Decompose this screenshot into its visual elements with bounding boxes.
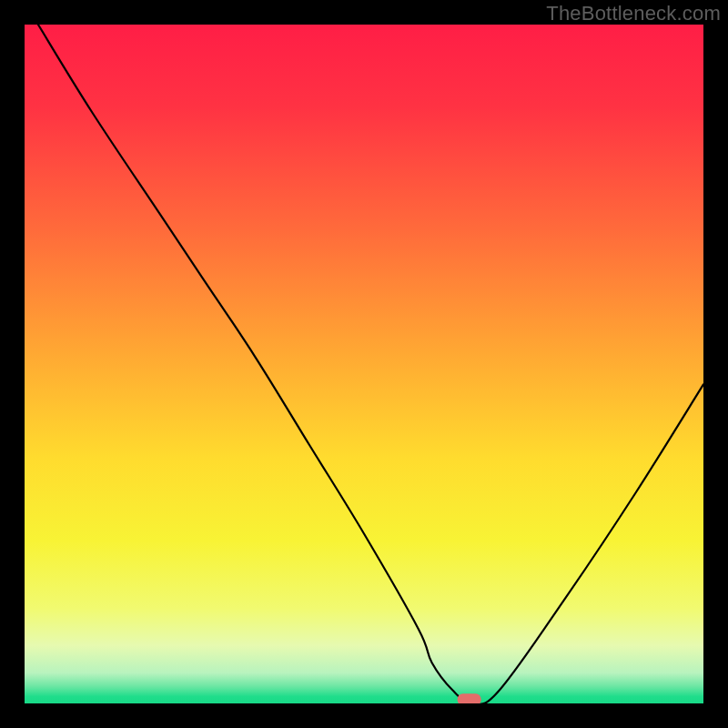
minimum-pill (458, 693, 481, 703)
chart-stage: TheBottleneck.com (0, 0, 728, 728)
bottleneck-chart (25, 25, 703, 703)
gradient-background (25, 25, 703, 703)
watermark-text: TheBottleneck.com (546, 2, 721, 25)
